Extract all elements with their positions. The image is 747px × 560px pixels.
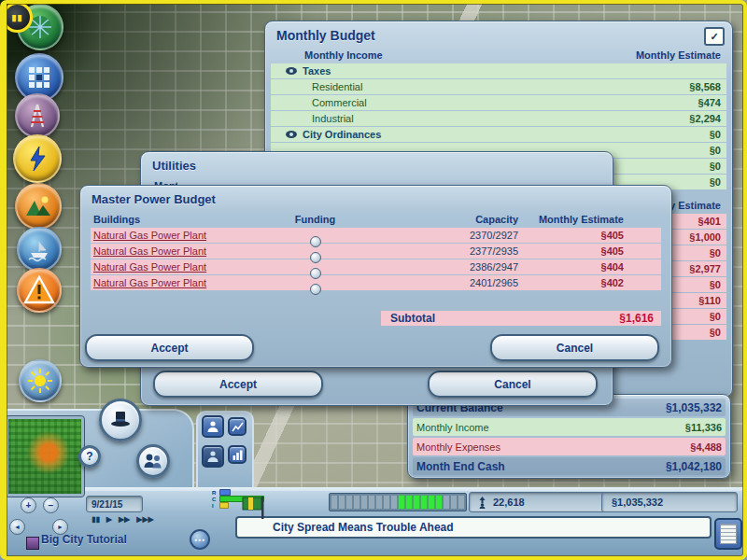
lightning-icon — [24, 146, 50, 172]
emergency-button[interactable] — [17, 268, 62, 313]
subtotal-label: Subtotal — [381, 312, 619, 325]
terrain-button[interactable] — [15, 183, 62, 230]
row-value: §0 — [710, 327, 726, 338]
budget-done-button[interactable]: ✓ — [704, 27, 725, 46]
estimate-value: §405 — [518, 245, 661, 257]
summary-value: §1,035,332 — [666, 401, 722, 414]
newspaper-icon — [720, 524, 737, 544]
slider-thumb[interactable] — [310, 252, 321, 263]
buildings-header: Buildings — [91, 214, 257, 225]
person-icon — [206, 420, 219, 433]
railroad-icon — [24, 103, 50, 129]
weather-button[interactable] — [19, 359, 62, 402]
faster-button[interactable]: ▶▶▶ — [136, 515, 153, 524]
power-plant-row: Natural Gas Power Plant 2401/2965 §402 — [91, 275, 661, 290]
slider-thumb[interactable] — [310, 268, 321, 279]
zoom-out-button[interactable]: − — [43, 497, 59, 513]
eye-icon[interactable] — [286, 131, 297, 138]
budget-row-taxes[interactable]: Taxes — [271, 63, 726, 78]
newspaper-button[interactable] — [714, 518, 742, 550]
budget-row-commercial[interactable]: Commercial §474 — [271, 95, 726, 110]
advisors-button[interactable] — [202, 445, 224, 468]
mysim-button[interactable] — [136, 444, 170, 478]
row-label: Industrial — [312, 113, 689, 124]
water-button[interactable] — [17, 227, 62, 272]
capacity-value: 2401/2965 — [374, 277, 518, 288]
help-button[interactable]: ? — [78, 445, 101, 468]
advisor-icon — [206, 450, 219, 463]
bar-graph-button[interactable] — [228, 445, 247, 464]
row-label: Commercial — [312, 97, 698, 108]
capacity-value: 2386/2947 — [374, 261, 518, 273]
power-button[interactable] — [13, 134, 62, 183]
slider-thumb[interactable] — [310, 284, 321, 295]
utilities-cancel-button[interactable]: Cancel — [428, 371, 598, 398]
building-link[interactable]: Natural Gas Power Plant — [93, 245, 206, 257]
chat-bubble-button[interactable]: ●●● — [190, 529, 210, 550]
capacity-header: Capacity — [374, 214, 518, 225]
fast-button[interactable]: ▶▶ — [119, 515, 130, 524]
power-cancel-button[interactable]: Cancel — [490, 334, 659, 361]
estimate-value: §405 — [518, 230, 661, 241]
funds-display: §1,035,332 — [601, 492, 738, 512]
estimate-header: Monthly Estimate — [518, 214, 661, 225]
row-value: §1,000 — [689, 231, 726, 243]
eye-icon[interactable] — [286, 67, 297, 75]
summary-value: §1,042,180 — [666, 460, 722, 473]
row-value: §401 — [698, 216, 726, 227]
city-icon — [26, 537, 39, 550]
ship-icon — [26, 236, 52, 262]
row-label: Residential — [312, 81, 689, 92]
mayor-button[interactable] — [99, 399, 142, 441]
row-value: §0 — [710, 129, 726, 140]
top-hat-icon — [108, 408, 133, 432]
row-value: §2,977 — [689, 263, 726, 274]
utilities-accept-button[interactable]: Accept — [153, 371, 323, 398]
line-graph-button[interactable] — [228, 417, 247, 436]
zoom-in-button[interactable]: + — [21, 497, 36, 513]
budget-summary-panel: Current Balance §1,035,332 Monthly Incom… — [407, 394, 731, 479]
capacity-value: 2377/2935 — [374, 245, 518, 257]
summary-value: §4,488 — [690, 441, 722, 453]
transportation-button[interactable] — [15, 93, 60, 138]
row-value: §110 — [698, 295, 726, 306]
summary-label: Monthly Income — [416, 422, 685, 433]
row-value: §8,568 — [689, 81, 726, 92]
pause-button[interactable]: ▮▮ — [92, 515, 100, 524]
income-header-label: Monthly Income — [304, 49, 383, 61]
power-dialog-title: Master Power Budget — [80, 186, 671, 210]
news-ticker[interactable]: City Spread Means Trouble Ahead — [235, 516, 712, 539]
budget-row-city-ordinances[interactable]: City Ordinances §0 — [271, 127, 726, 142]
city-name-label: Big City Tutorial — [41, 533, 127, 546]
budget-row-industrial[interactable]: Industrial §2,294 — [271, 111, 726, 126]
line-chart-icon — [232, 421, 244, 433]
row-value: §0 — [710, 311, 726, 322]
population-panel-button[interactable] — [202, 415, 224, 438]
power-dialog-header: Buildings Funding Capacity Monthly Estim… — [91, 214, 661, 225]
row-value: §2,294 — [689, 113, 726, 124]
minimap[interactable] — [6, 416, 84, 497]
power-plant-row: Natural Gas Power Plant 2377/2935 §405 — [91, 244, 661, 259]
rotate-left-button[interactable]: ◄ — [9, 519, 25, 535]
summary-label: Month End Cash — [416, 460, 666, 473]
flag-icon[interactable] — [241, 496, 267, 520]
building-link[interactable]: Natural Gas Power Plant — [93, 277, 206, 288]
demand-gauge[interactable] — [329, 493, 467, 511]
monthly-income-row: Monthly Income §11,336 — [413, 418, 726, 436]
power-accept-button[interactable]: Accept — [85, 334, 254, 361]
estimate-value: §404 — [518, 261, 661, 273]
play-button[interactable]: ▶ — [106, 515, 112, 524]
row-value: §0 — [710, 247, 726, 259]
simcity-screen: ▮▮ — [0, 0, 747, 560]
budget-row-residential[interactable]: Residential §8,568 — [271, 79, 726, 94]
building-link[interactable]: Natural Gas Power Plant — [93, 230, 206, 241]
pause-corner-button[interactable]: ▮▮ — [2, 2, 33, 33]
capacity-value: 2370/2927 — [374, 230, 518, 241]
slider-thumb[interactable] — [310, 236, 321, 247]
monthly-expenses-row: Monthly Expenses §4,488 — [413, 438, 726, 455]
row-label: Taxes — [303, 65, 721, 77]
population-display: 22,618 — [469, 492, 606, 512]
master-power-budget-dialog: Master Power Budget Buildings Funding Ca… — [79, 185, 672, 368]
income-header: Monthly Income Monthly Estimate — [271, 47, 726, 63]
building-link[interactable]: Natural Gas Power Plant — [93, 261, 206, 273]
